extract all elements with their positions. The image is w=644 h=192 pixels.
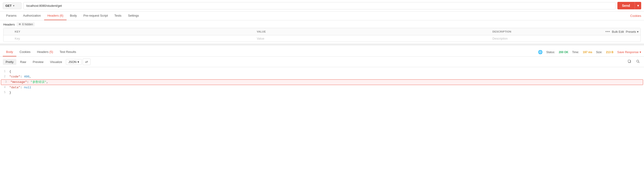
code-line-3: 3 "message": "参数错误", (1, 79, 643, 85)
format-tab-visualize[interactable]: Visualize (47, 59, 65, 65)
headers-table-row: Key Value Description (4, 35, 640, 42)
tab-tests[interactable]: Tests (111, 12, 125, 20)
line-content: "data": null (9, 85, 644, 90)
code-view-wrapper: 1 { 2 "code": 400, 3 "message": "参数错误", … (0, 67, 644, 97)
request-tabs-left: Params Authorization Headers (6) Body Pr… (3, 12, 142, 20)
response-tab-cookies[interactable]: Cookies (16, 48, 34, 56)
code-line-2: 2 "code": 400, (0, 74, 644, 79)
globe-icon: 🌐 (538, 50, 543, 54)
svg-line-3 (639, 62, 640, 63)
line-content: } (9, 90, 644, 95)
format-tab-raw[interactable]: Raw (17, 59, 29, 65)
desc-cell[interactable]: Description (490, 37, 603, 40)
line-number: 1 (0, 69, 9, 74)
bulk-edit-button[interactable]: Bulk Edit (612, 30, 624, 34)
description-column-header: DESCRIPTION (490, 30, 603, 33)
method-chevron: ▾ (13, 5, 14, 7)
time-label: Time: (572, 51, 579, 54)
tab-body[interactable]: Body (66, 12, 80, 20)
svg-rect-1 (628, 60, 630, 62)
format-tab-preview[interactable]: Preview (30, 59, 46, 65)
headers-table: KEY VALUE DESCRIPTION ••• Bulk Edit Pres… (3, 28, 641, 42)
search-button[interactable] (635, 59, 641, 65)
line-number: 3 (1, 80, 10, 84)
hidden-count: 6 hidden (22, 23, 33, 26)
response-tab-body[interactable]: Body (3, 48, 16, 56)
code-line-4: 4 "data": null (0, 85, 644, 90)
line-content: "message": "参数错误", (10, 80, 643, 85)
time-value: 197 ms (583, 51, 592, 54)
value-column-header: VALUE (254, 30, 490, 33)
tab-authorization[interactable]: Authorization (20, 12, 44, 20)
value-cell[interactable]: Value (254, 37, 490, 40)
headers-label: Headers (3, 23, 15, 26)
format-tab-pretty[interactable]: Pretty (3, 59, 16, 65)
line-number: 4 (0, 85, 9, 90)
response-status-bar: 🌐 Status: 200 OK Time: 197 ms Size: 213 … (538, 50, 641, 54)
table-actions: ••• Bulk Edit Presets ▾ (603, 30, 640, 34)
send-button[interactable]: Send ▾ (618, 2, 641, 9)
send-chevron-icon: ▾ (635, 2, 641, 9)
dots-icon: ••• (606, 30, 610, 34)
cookies-link[interactable]: Cookies (630, 14, 641, 18)
method-selector[interactable]: GET ▾ (3, 2, 22, 9)
size-label: Size: (596, 51, 602, 54)
key-column-header: KEY (12, 30, 254, 33)
response-tab-headers[interactable]: Headers (5) (34, 48, 56, 56)
headers-label-row: Headers 👁 6 hidden (3, 22, 641, 27)
copy-button[interactable] (626, 59, 633, 65)
presets-button[interactable]: Presets ▾ (626, 30, 639, 34)
url-bar: GET ▾ Send ▾ (0, 0, 644, 12)
save-response-button[interactable]: Save Response ▾ (617, 50, 641, 54)
url-input[interactable] (23, 2, 616, 9)
request-tabs: Params Authorization Headers (6) Body Pr… (0, 12, 644, 20)
tab-settings[interactable]: Settings (125, 12, 142, 20)
hidden-badge: 👁 6 hidden (16, 22, 35, 27)
headers-table-header: KEY VALUE DESCRIPTION ••• Bulk Edit Pres… (4, 28, 640, 35)
size-value: 213 B (606, 51, 614, 54)
response-tab-test-results[interactable]: Test Results (56, 48, 80, 56)
tab-params[interactable]: Params (3, 12, 20, 20)
headers-section: Headers 👁 6 hidden KEY VALUE DESCRIPTION… (0, 20, 644, 44)
method-label: GET (5, 4, 12, 8)
response-section: Body Cookies Headers (5) Test Results 🌐 … (0, 48, 644, 97)
wrap-button[interactable]: ⇄ (83, 59, 90, 65)
line-content: { (9, 69, 644, 74)
line-content: "code": 400, (9, 74, 644, 79)
tab-headers[interactable]: Headers (6) (44, 12, 67, 20)
response-tabs-left: Body Cookies Headers (5) Test Results (3, 48, 80, 56)
section-divider (0, 44, 644, 45)
body-format-bar: Pretty Raw Preview Visualize JSON ▾ ⇄ (0, 57, 644, 67)
line-number: 2 (0, 74, 9, 79)
code-view: 1 { 2 "code": 400, 3 "message": "参数错误", … (0, 67, 644, 97)
body-actions-right (626, 59, 641, 65)
body-format-left: Pretty Raw Preview Visualize JSON ▾ ⇄ (3, 59, 90, 65)
status-value: 200 OK (559, 51, 568, 54)
send-label: Send (618, 2, 635, 9)
eye-icon: 👁 (18, 23, 21, 26)
code-line-5: 5 } (0, 90, 644, 95)
status-label: Status: (546, 51, 555, 54)
response-tabs-bar: Body Cookies Headers (5) Test Results 🌐 … (0, 48, 644, 57)
tab-prerequest[interactable]: Pre-request Script (80, 12, 111, 20)
json-format-selector[interactable]: JSON ▾ (66, 59, 82, 65)
code-line-1: 1 { (0, 69, 644, 74)
line-number: 5 (0, 90, 9, 95)
key-cell[interactable]: Key (12, 37, 254, 40)
